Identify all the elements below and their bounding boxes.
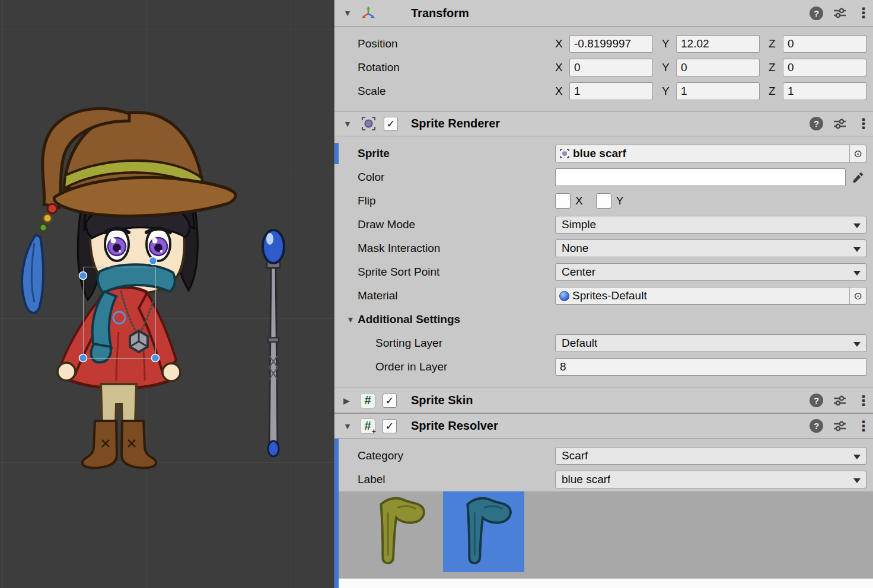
object-picker-icon[interactable] [849,287,866,304]
foldout-right-icon[interactable] [343,396,354,405]
preset-icon[interactable] [833,419,847,433]
mask-interaction-row: Mask Interaction None [334,237,873,260]
foldout-down-icon[interactable] [343,421,354,431]
order-in-layer-row: Order in Layer [334,355,873,379]
scene-view[interactable] [0,0,334,588]
rotation-row: Rotation X Y Z [334,56,873,79]
character-left-hand [58,363,75,381]
axis-label-x: X [555,37,569,50]
scale-x-input[interactable] [569,82,653,100]
flip-y-checkbox[interactable] [596,193,611,209]
property-label: Label [334,473,555,486]
sprite-renderer-header[interactable]: Sprite Renderer [334,111,873,136]
sorting-layer-value: Default [562,337,597,350]
scale-y-input[interactable] [676,82,760,100]
axis-label-z: Z [769,37,783,50]
property-label: Order in Layer [334,360,555,373]
sprite-resolver-icon [360,418,375,434]
property-label: Category [334,449,555,462]
material-icon [559,291,569,301]
sprite-renderer-body: Sprite blue scarf Colo [334,136,873,388]
component-title: Sprite Resolver [411,419,498,433]
position-x-input[interactable] [569,35,653,53]
property-label: Color [334,171,555,184]
sprite-thumbnail-green-scarf[interactable] [356,491,438,572]
property-label: Material [334,289,555,302]
draw-mode-dropdown[interactable]: Simple [555,216,866,234]
object-picker-icon[interactable] [849,145,866,162]
thumbnail-scrollbar[interactable] [334,578,873,588]
material-object-name: Sprites-Default [569,289,849,302]
axis-label-z: Z [769,61,783,74]
component-enabled-checkbox[interactable] [384,117,398,131]
foldout-down-icon[interactable] [343,8,354,18]
scale-row: Scale X Y Z [334,79,873,103]
prefab-override-indicator [334,143,339,164]
preset-icon[interactable] [833,6,847,20]
rotation-x-input[interactable] [569,59,653,76]
help-icon[interactable] [810,394,823,407]
flip-x-label: X [575,194,583,207]
sprite-resolver-body: Category Scarf Label blue scarf [334,439,873,588]
property-label: Sprite [334,147,555,160]
mask-interaction-value: None [562,242,588,255]
color-swatch[interactable] [555,168,846,186]
kebab-menu-icon[interactable] [856,392,865,409]
kebab-menu-icon[interactable] [856,116,865,132]
sprite-object-field[interactable]: blue scarf [555,145,866,162]
help-icon[interactable] [810,419,823,433]
foldout-down-icon[interactable] [343,119,354,129]
preset-icon[interactable] [833,117,847,131]
sprite-row: Sprite blue scarf [334,142,873,165]
order-in-layer-input[interactable] [555,358,866,376]
sprite-skin-header[interactable]: Sprite Skin [334,388,873,413]
preset-icon[interactable] [833,394,847,408]
category-row: Category Scarf [334,444,873,468]
sprite-thumbnail-blue-scarf[interactable] [443,491,524,572]
sprite-sort-point-row: Sprite Sort Point Center [334,260,873,284]
property-label: Mask Interaction [334,242,555,255]
sorting-layer-row: Sorting Layer Default [334,331,873,355]
sprite-sort-point-dropdown[interactable]: Center [555,263,866,281]
additional-settings-label: Additional Settings [358,313,460,326]
sprite-object-name: blue scarf [570,147,849,160]
scene-canvas[interactable] [0,0,334,588]
label-value: blue scarf [562,473,610,486]
category-value: Scarf [562,449,588,462]
sorting-layer-dropdown[interactable]: Default [555,334,866,352]
category-dropdown[interactable]: Scarf [555,447,866,465]
scale-z-input[interactable] [783,82,866,100]
sprite-skin-icon [360,393,375,408]
transform-body: Position X Y Z Rotation X Y Z [334,27,873,111]
property-label: Sprite Sort Point [334,266,555,279]
kebab-menu-icon[interactable] [856,5,865,21]
mask-interaction-dropdown[interactable]: None [555,239,866,257]
component-enabled-checkbox[interactable] [383,419,397,433]
position-row: Position X Y Z [334,32,873,56]
rotation-z-input[interactable] [783,59,866,76]
transform-header[interactable]: Transform [334,0,873,27]
help-icon[interactable] [810,117,823,130]
sprite-resolver-header[interactable]: Sprite Resolver [334,413,873,439]
sprite-sort-point-value: Center [562,266,595,279]
sprite-renderer-icon [360,116,377,132]
eyedropper-icon[interactable] [849,168,866,186]
additional-settings-foldout[interactable]: Additional Settings [334,308,873,331]
property-label: Sorting Layer [334,337,555,350]
axis-label-y: Y [662,85,676,98]
flip-row: Flip X Y [334,189,873,213]
position-y-input[interactable] [676,35,760,53]
material-object-field[interactable]: Sprites-Default [555,287,866,305]
inspector-panel: Transform Position X Y Z [334,0,873,588]
rotation-y-input[interactable] [676,59,760,76]
axis-label-z: Z [769,85,783,98]
flip-x-checkbox[interactable] [555,193,571,209]
component-enabled-checkbox[interactable] [383,394,397,408]
kebab-menu-icon[interactable] [856,418,865,434]
label-dropdown[interactable]: blue scarf [555,471,866,488]
help-icon[interactable] [810,7,823,20]
draw-mode-value: Simple [562,218,596,231]
position-z-input[interactable] [783,35,866,53]
foldout-down-icon[interactable] [346,315,358,324]
scene-background [0,0,334,588]
